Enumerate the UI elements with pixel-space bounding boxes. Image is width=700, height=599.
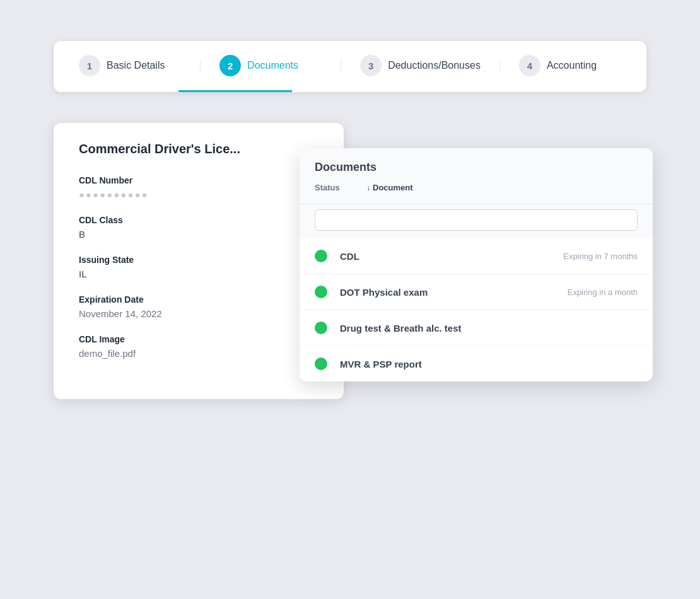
doc-expiry-1: Expiring in a month [568, 288, 638, 297]
active-step-underline [178, 90, 292, 92]
docs-col-document-header: ↓ Document [366, 183, 413, 192]
step-2[interactable]: 2 Documents [219, 55, 322, 76]
step-2-circle: 2 [219, 55, 241, 76]
doc-expiry-0: Expiring in 7 months [563, 252, 638, 261]
docs-table-header: Status ↓ Document [315, 183, 638, 197]
cdl-card-title: Commercial Driver's Lice... [79, 142, 318, 156]
doc-name-0: CDL [340, 251, 551, 262]
docs-search-input[interactable] [315, 209, 638, 231]
status-dot-1 [315, 286, 327, 298]
status-dot-2 [315, 322, 327, 334]
doc-row-2[interactable]: Drug test & Breath alc. test [300, 310, 653, 346]
docs-search-row [300, 204, 653, 238]
doc-name-1: DOT Physical exam [340, 287, 555, 298]
docs-col-status-header: Status [315, 183, 359, 192]
stepper-bar: 1 Basic Details 2 Documents 3 Deductions… [54, 41, 646, 92]
step-1[interactable]: 1 Basic Details [79, 55, 181, 76]
step-3-circle: 3 [360, 55, 382, 76]
expiration-date-field: Expiration Date November 14, 2022 [79, 294, 318, 319]
cdl-number-field: CDL Number ●●●●●●●●●● [79, 175, 318, 200]
doc-name-2: Drug test & Breath alc. test [340, 323, 625, 334]
step-1-label: Basic Details [107, 60, 165, 71]
document-col-label: Document [373, 183, 413, 192]
step-4-circle: 4 [519, 55, 540, 76]
cdl-class-label: CDL Class [79, 215, 318, 225]
step-2-label: Documents [247, 60, 298, 71]
documents-panel: Documents Status ↓ Document CDL Expiring… [300, 148, 653, 381]
step-divider-3 [499, 59, 500, 72]
doc-row-1[interactable]: DOT Physical exam Expiring in a month [300, 274, 653, 310]
cdl-image-value: demo_file.pdf [79, 348, 318, 359]
cdl-number-value: ●●●●●●●●●● [79, 189, 318, 200]
expiration-date-value: November 14, 2022 [79, 308, 318, 319]
issuing-state-value: IL [79, 269, 318, 279]
docs-panel-title: Documents [315, 161, 638, 174]
docs-panel-header: Documents Status ↓ Document [300, 148, 653, 204]
issuing-state-field: Issuing State IL [79, 255, 318, 279]
step-4[interactable]: 4 Accounting [519, 55, 621, 76]
step-1-circle: 1 [79, 55, 100, 76]
step-3-label: Deductions/Bonuses [388, 60, 481, 71]
step-divider-1 [200, 59, 201, 72]
docs-list: CDL Expiring in 7 months DOT Physical ex… [300, 238, 653, 381]
step-divider-2 [341, 59, 341, 72]
sort-arrow-icon: ↓ [366, 183, 370, 192]
doc-row-3[interactable]: MVR & PSP report [300, 346, 653, 381]
status-dot-0 [315, 250, 327, 262]
doc-row-0[interactable]: CDL Expiring in 7 months [300, 238, 653, 274]
doc-name-3: MVR & PSP report [340, 359, 625, 369]
cdl-number-label: CDL Number [79, 175, 318, 185]
status-dot-3 [315, 358, 327, 370]
cdl-class-field: CDL Class B [79, 215, 318, 240]
issuing-state-label: Issuing State [79, 255, 318, 265]
cdl-image-label: CDL Image [79, 334, 318, 344]
step-3[interactable]: 3 Deductions/Bonuses [360, 55, 481, 76]
step-4-label: Accounting [547, 60, 597, 71]
cdl-image-field: CDL Image demo_file.pdf [79, 334, 318, 359]
cdl-class-value: B [79, 229, 318, 240]
expiration-date-label: Expiration Date [79, 294, 318, 305]
